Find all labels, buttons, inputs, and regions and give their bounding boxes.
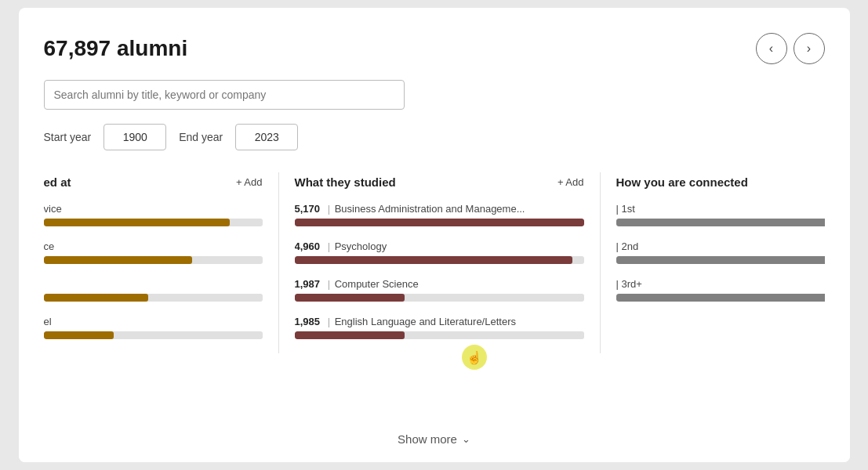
search-input[interactable] [44,80,405,110]
end-year-input[interactable] [235,124,298,150]
col-middle-add-button[interactable]: + Add [557,176,584,188]
bar-track [44,294,263,302]
bar-fill [616,219,825,226]
col-left-add-button[interactable]: + Add [236,176,263,188]
prev-button[interactable]: ‹ [756,33,787,64]
bar-fill [295,256,572,264]
bar-label: | 1st [616,203,825,215]
start-year-input[interactable] [104,124,166,150]
nav-buttons: ‹ › [756,33,825,64]
bar-track [44,219,263,226]
col-middle-header: What they studied + Add [295,172,584,189]
bar-track [295,331,584,339]
column-left: ed at + Add vice ce [44,172,279,353]
bar-track [616,256,825,264]
bar-label: el [44,316,263,327]
show-more-label: Show more [398,432,457,446]
bar-track [616,294,825,302]
bar-label: | 2nd [616,240,825,252]
column-right: How you are connected | 1st | 2nd | 3rd+ [601,172,825,353]
chevron-down-icon: ⌄ [462,433,470,445]
col-right-title: How you are connected [616,175,748,189]
bar-label: 4,960 | Psychology [295,240,584,252]
list-item: | 1st [616,203,825,226]
col-left-header: ed at + Add [44,172,263,189]
list-item: 5,170 | Business Administration and Mana… [295,203,584,226]
alumni-card: 67,897 alumni ‹ › Start year End year ed… [19,8,850,462]
list-item [44,278,263,302]
bar-label [44,278,263,290]
bar-fill [295,219,584,226]
list-item: 4,960 | Psychology [295,240,584,264]
bar-label: 1,987 | Computer Science [295,278,584,290]
col-left-title: ed at [44,175,71,189]
list-item: 1,985 | English Language and Literature/… [295,316,584,339]
bar-track [295,256,584,264]
bar-fill [44,219,230,226]
alumni-count: 67,897 alumni [44,36,188,61]
col-middle-title: What they studied [295,175,396,189]
bar-fill [616,294,825,302]
col-right-header: How you are connected [616,172,825,189]
bar-fill [44,256,193,264]
bar-fill [44,331,114,339]
bar-label: ce [44,240,263,252]
year-filter-row: Start year End year [44,124,825,150]
list-item: | 2nd [616,240,825,264]
column-middle: What they studied + Add 5,170 | Business… [279,172,601,353]
bar-fill [44,294,149,302]
bar-fill [295,294,405,302]
list-item: 1,987 | Computer Science [295,278,584,302]
list-item: ce [44,240,263,264]
bar-label: vice [44,203,263,215]
bar-track [295,294,584,302]
bar-label: 1,985 | English Language and Literature/… [295,316,584,327]
start-year-label: Start year [44,131,92,143]
list-item: vice [44,203,263,226]
header-row: 67,897 alumni ‹ › [44,33,825,64]
columns-wrapper: ed at + Add vice ce [44,172,825,353]
list-item: | 3rd+ [616,278,825,302]
end-year-label: End year [179,131,223,143]
next-button[interactable]: › [794,33,825,64]
bar-track [616,219,825,226]
bar-track [44,331,263,339]
bar-label: 5,170 | Business Administration and Mana… [295,203,584,215]
show-more-text: Show more ⌄ [398,432,470,446]
bar-fill [616,256,825,264]
bar-fill [295,331,405,339]
bar-track [295,219,584,226]
show-more-row[interactable]: Show more ⌄ [19,415,850,462]
bar-track [44,256,263,264]
bar-label: | 3rd+ [616,278,825,290]
list-item: el [44,316,263,339]
